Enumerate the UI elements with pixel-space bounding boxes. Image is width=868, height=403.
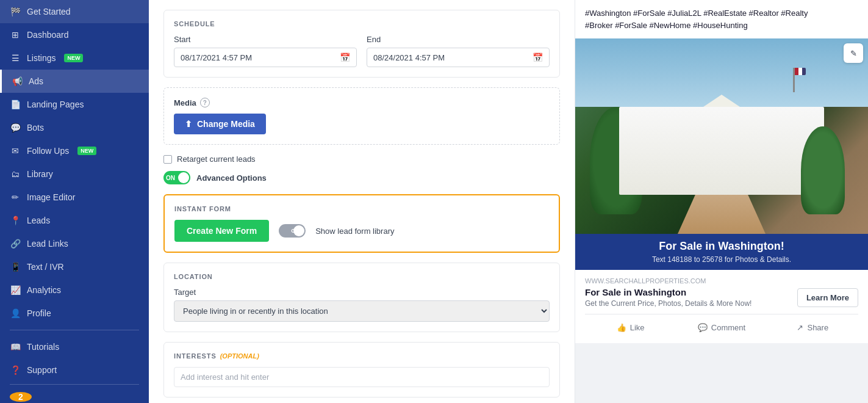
edit-image-button[interactable]: ✎ — [844, 43, 863, 63]
share-icon: ↗ — [797, 323, 803, 332]
retarget-label[interactable]: Retarget current leads — [163, 154, 256, 164]
get-started-icon: 🏁 — [10, 6, 21, 17]
sidebar-label-bots: Bots — [27, 123, 44, 133]
retarget-row: Retarget current leads — [163, 154, 560, 164]
end-calendar-icon[interactable]: 📅 — [533, 53, 543, 62]
for-sale-description: Get the Current Price, Photos, Details &… — [585, 299, 751, 308]
analytics-icon: 📈 — [10, 285, 21, 296]
instant-form-title: INSTANT FORM — [174, 205, 549, 212]
retarget-text: Retarget current leads — [177, 154, 256, 164]
library-icon: 🗂 — [10, 169, 21, 180]
hashtags-text: #Washington #ForSale #JuliaL2L #RealEsta… — [575, 0, 868, 38]
sidebar-label-landing-pages: Landing Pages — [27, 100, 84, 109]
profile-icon: 👤 — [10, 308, 21, 319]
schedule-title: SCHEDULE — [174, 20, 550, 27]
advanced-options-toggle[interactable]: ON — [163, 171, 190, 184]
end-field: End 08/24/2021 4:57 PM 📅 — [367, 35, 550, 67]
sidebar-item-analytics[interactable]: 📈 Analytics — [0, 278, 149, 302]
end-date-input[interactable]: 08/24/2021 4:57 PM 📅 — [367, 48, 550, 67]
target-select[interactable]: People living in or recently in this loc… — [174, 300, 550, 322]
start-calendar-icon[interactable]: 📅 — [340, 53, 350, 62]
like-button[interactable]: 👍 Like — [585, 319, 676, 336]
sidebar-item-listings[interactable]: ☰ Listings NEW — [0, 46, 149, 70]
end-date-value: 08/24/2021 4:57 PM — [373, 53, 445, 62]
sidebar-item-library[interactable]: 🗂 Library — [0, 162, 149, 186]
sidebar-divider — [10, 330, 139, 330]
website-url: WWW.SEARCHALLPROPERTIES.COM — [585, 277, 858, 285]
text-ivr-icon: 📱 — [10, 261, 21, 272]
sidebar-item-leads[interactable]: 📍 Leads — [0, 209, 149, 232]
sidebar-item-follow-ups[interactable]: ✉ Follow Ups NEW — [0, 139, 149, 162]
learn-more-button[interactable]: Learn More — [797, 288, 858, 307]
sidebar-item-bots[interactable]: 💬 Bots — [0, 116, 149, 139]
share-label: Share — [807, 323, 828, 332]
sidebar-divider-2 — [10, 384, 139, 385]
for-sale-banner: For Sale in Washington! Text 148188 to 2… — [575, 234, 868, 270]
advanced-options-row: ON Advanced Options — [163, 171, 560, 184]
sidebar-item-profile[interactable]: 👤 Profile — [0, 302, 149, 325]
preview-panel: #Washington #ForSale #JuliaL2L #RealEsta… — [575, 0, 868, 403]
media-info-icon[interactable]: ? — [200, 98, 210, 107]
location-title: LOCATION — [174, 273, 550, 280]
instant-form-section: INSTANT FORM Create New Form OFF Show le… — [163, 194, 560, 253]
driveway — [678, 195, 766, 234]
like-label: Like — [630, 323, 645, 332]
start-date-input[interactable]: 08/17/2021 4:57 PM 📅 — [174, 48, 357, 67]
tree-right — [801, 126, 845, 214]
schedule-row: Start 08/17/2021 4:57 PM 📅 End 08/24/202… — [174, 35, 550, 67]
create-form-label: Create New Form — [187, 226, 257, 236]
listings-icon: ☰ — [10, 53, 21, 64]
sidebar-item-dashboard[interactable]: ⊞ Dashboard — [0, 23, 149, 46]
avatar[interactable]: 2 — [10, 392, 32, 402]
instant-form-row: Create New Form OFF Show lead form libra… — [174, 220, 549, 242]
sidebar-item-landing-pages[interactable]: 📄 Landing Pages — [0, 93, 149, 116]
change-media-button[interactable]: ⬆ Change Media — [174, 114, 266, 134]
upload-icon: ⬆ — [185, 119, 192, 129]
sidebar-label-dashboard: Dashboard — [27, 30, 69, 40]
sidebar-item-ads[interactable]: 📢 Ads — [0, 70, 149, 93]
ads-icon: 📢 — [12, 76, 23, 87]
tutorials-icon: 📖 — [10, 341, 21, 352]
sidebar-item-text-ivr[interactable]: 📱 Text / IVR — [0, 255, 149, 278]
dashboard-icon: ⊞ — [10, 29, 21, 40]
start-field: Start 08/17/2021 4:57 PM 📅 — [174, 35, 357, 67]
sidebar-item-get-started[interactable]: 🏁 Get Started — [0, 0, 149, 23]
main-content: SCHEDULE Start 08/17/2021 4:57 PM 📅 End … — [149, 0, 868, 403]
sidebar-item-support[interactable]: ❓ Support — [0, 358, 149, 382]
preview-content: #Washington #ForSale #JuliaL2L #RealEsta… — [575, 0, 868, 343]
flag — [795, 68, 806, 75]
start-label: Start — [174, 35, 357, 44]
create-new-form-button[interactable]: Create New Form — [174, 220, 269, 242]
comment-button[interactable]: 💬 Comment — [676, 319, 767, 336]
like-icon: 👍 — [617, 323, 626, 332]
toggle-on-label: ON — [166, 175, 175, 181]
interests-title: INTERESTS — [174, 352, 217, 360]
target-label: Target — [174, 288, 550, 297]
lead-links-icon: 🔗 — [10, 238, 21, 249]
end-label: End — [367, 35, 550, 44]
sidebar: 🏁 Get Started ⊞ Dashboard ☰ Listings NEW… — [0, 0, 149, 403]
media-section: Media ? ⬆ Change Media — [163, 87, 560, 145]
interests-section: INTERESTS (OPTIONAL) — [163, 342, 560, 398]
sidebar-item-image-editor[interactable]: ✏ Image Editor — [0, 186, 149, 209]
sidebar-label-text-ivr: Text / IVR — [27, 262, 64, 272]
for-sale-subtitle: Text 148188 to 25678 for Photos & Detail… — [585, 255, 858, 264]
form-panel: SCHEDULE Start 08/17/2021 4:57 PM 📅 End … — [149, 0, 575, 403]
sidebar-item-tutorials[interactable]: 📖 Tutorials — [0, 335, 149, 358]
sidebar-label-lead-links: Lead Links — [27, 239, 68, 249]
show-library-toggle[interactable]: OFF — [279, 224, 306, 238]
interests-optional: (OPTIONAL) — [220, 352, 259, 360]
retarget-checkbox[interactable] — [163, 155, 172, 164]
sidebar-item-lead-links[interactable]: 🔗 Lead Links — [0, 232, 149, 255]
media-label-text: Media — [174, 98, 196, 107]
media-label-row: Media ? — [174, 98, 550, 107]
support-icon: ❓ — [10, 365, 21, 376]
share-button[interactable]: ↗ Share — [767, 319, 858, 336]
sidebar-label-analytics: Analytics — [27, 285, 61, 295]
sidebar-label-support: Support — [27, 365, 57, 375]
interest-input[interactable] — [174, 367, 550, 387]
sidebar-label-leads: Leads — [27, 216, 50, 225]
schedule-section: SCHEDULE Start 08/17/2021 4:57 PM 📅 End … — [163, 10, 560, 78]
follow-ups-icon: ✉ — [10, 145, 21, 156]
sidebar-label-library: Library — [27, 169, 53, 179]
